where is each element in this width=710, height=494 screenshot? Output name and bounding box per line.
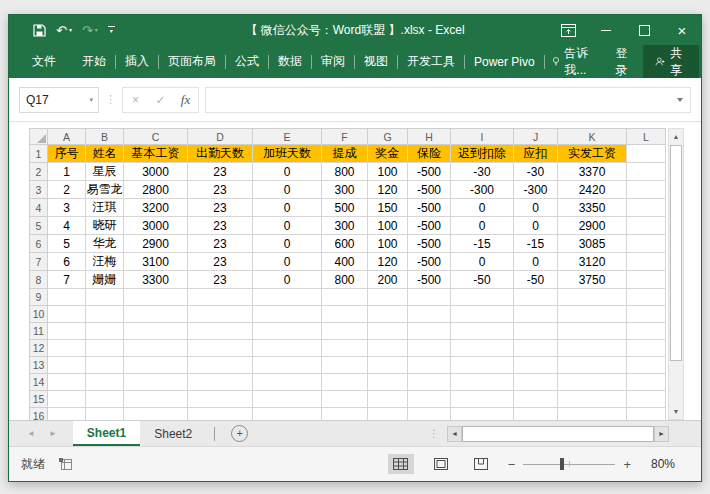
cell-K1[interactable]: 实发工资 <box>558 145 627 163</box>
cell-F16[interactable] <box>322 408 368 421</box>
share-button[interactable]: 共享 <box>643 45 699 78</box>
horizontal-scroll-thumb[interactable] <box>462 426 654 442</box>
cell-D5[interactable]: 23 <box>188 217 253 235</box>
cell-I9[interactable] <box>451 289 514 306</box>
ribbon-display-options-button[interactable] <box>549 15 587 45</box>
cell-K2[interactable]: 3370 <box>558 163 627 181</box>
cell-F12[interactable] <box>322 340 368 357</box>
row-header-11[interactable]: 11 <box>30 323 48 340</box>
cell-F7[interactable]: 400 <box>322 253 368 271</box>
page-break-preview-button[interactable] <box>468 454 494 474</box>
cell-B6[interactable]: 华龙 <box>86 235 124 253</box>
ribbon-tab-开发工具[interactable]: 开发工具 <box>398 45 464 78</box>
cell-C12[interactable] <box>124 340 188 357</box>
cell-D13[interactable] <box>188 357 253 374</box>
cell-C8[interactable]: 3300 <box>124 271 188 289</box>
column-header-L[interactable]: L <box>627 129 666 145</box>
ribbon-tab-页面布局[interactable]: 页面布局 <box>159 45 225 78</box>
cell-F13[interactable] <box>322 357 368 374</box>
cell-I8[interactable]: -50 <box>451 271 514 289</box>
cell-G2[interactable]: 100 <box>368 163 408 181</box>
scroll-up-icon[interactable]: ▲ <box>669 129 683 144</box>
cell-G14[interactable] <box>368 374 408 391</box>
cell-L1[interactable] <box>627 145 666 163</box>
cell-B15[interactable] <box>86 391 124 408</box>
cell-D4[interactable]: 23 <box>188 199 253 217</box>
cell-L10[interactable] <box>627 306 666 323</box>
cell-A8[interactable]: 7 <box>48 271 86 289</box>
cell-H16[interactable] <box>408 408 451 421</box>
ribbon-tab-file[interactable]: 文件 <box>23 45 65 78</box>
cell-J9[interactable] <box>514 289 558 306</box>
row-header-3[interactable]: 3 <box>30 181 48 199</box>
cell-F11[interactable] <box>322 323 368 340</box>
row-header-7[interactable]: 7 <box>30 253 48 271</box>
horizontal-scrollbar[interactable]: ◄ ► <box>447 426 669 442</box>
column-header-A[interactable]: A <box>48 129 86 145</box>
cell-L11[interactable] <box>627 323 666 340</box>
cell-K12[interactable] <box>558 340 627 357</box>
cell-F6[interactable]: 600 <box>322 235 368 253</box>
insert-function-button[interactable]: fx <box>173 92 198 108</box>
cell-K8[interactable]: 3750 <box>558 271 627 289</box>
ribbon-tab-插入[interactable]: 插入 <box>116 45 158 78</box>
column-header-D[interactable]: D <box>188 129 253 145</box>
cell-H8[interactable]: -500 <box>408 271 451 289</box>
cell-B16[interactable] <box>86 408 124 421</box>
ribbon-tab-审阅[interactable]: 审阅 <box>312 45 354 78</box>
cell-F8[interactable]: 800 <box>322 271 368 289</box>
cell-H12[interactable] <box>408 340 451 357</box>
row-header-12[interactable]: 12 <box>30 340 48 357</box>
cell-H1[interactable]: 保险 <box>408 145 451 163</box>
cell-A12[interactable] <box>48 340 86 357</box>
cell-E4[interactable]: 0 <box>253 199 322 217</box>
cell-K11[interactable] <box>558 323 627 340</box>
macro-record-icon[interactable] <box>59 458 72 470</box>
cell-H9[interactable] <box>408 289 451 306</box>
cell-G12[interactable] <box>368 340 408 357</box>
cell-C2[interactable]: 3000 <box>124 163 188 181</box>
cell-G9[interactable] <box>368 289 408 306</box>
zoom-slider-thumb[interactable] <box>560 458 564 470</box>
cell-E2[interactable]: 0 <box>253 163 322 181</box>
formula-bar-grip[interactable]: ⋮ <box>99 93 122 106</box>
row-header-1[interactable]: 1 <box>30 145 48 163</box>
cell-F1[interactable]: 提成 <box>322 145 368 163</box>
cell-I7[interactable]: 0 <box>451 253 514 271</box>
cell-L6[interactable] <box>627 235 666 253</box>
cell-G11[interactable] <box>368 323 408 340</box>
cell-I14[interactable] <box>451 374 514 391</box>
cell-H7[interactable]: -500 <box>408 253 451 271</box>
cell-G1[interactable]: 奖金 <box>368 145 408 163</box>
cell-E13[interactable] <box>253 357 322 374</box>
cell-K10[interactable] <box>558 306 627 323</box>
column-header-C[interactable]: C <box>124 129 188 145</box>
undo-button[interactable]: ↶ ▾ <box>56 24 72 37</box>
cell-K13[interactable] <box>558 357 627 374</box>
column-header-E[interactable]: E <box>253 129 322 145</box>
cell-A4[interactable]: 3 <box>48 199 86 217</box>
cell-H6[interactable]: -500 <box>408 235 451 253</box>
cell-K6[interactable]: 3085 <box>558 235 627 253</box>
cell-K3[interactable]: 2420 <box>558 181 627 199</box>
vertical-scrollbar[interactable]: ▲ ▼ <box>668 128 684 420</box>
close-button[interactable]: × <box>663 15 701 45</box>
column-header-J[interactable]: J <box>514 129 558 145</box>
cell-J3[interactable]: -300 <box>514 181 558 199</box>
confirm-entry-button[interactable]: ✓ <box>148 93 173 107</box>
cell-F3[interactable]: 300 <box>322 181 368 199</box>
cell-K7[interactable]: 3120 <box>558 253 627 271</box>
cell-B14[interactable] <box>86 374 124 391</box>
cell-D16[interactable] <box>188 408 253 421</box>
cell-C13[interactable] <box>124 357 188 374</box>
scroll-right-icon[interactable]: ► <box>654 426 669 442</box>
cell-D10[interactable] <box>188 306 253 323</box>
cell-C1[interactable]: 基本工资 <box>124 145 188 163</box>
previous-sheet-icon[interactable]: ◄ <box>27 429 35 438</box>
cell-L13[interactable] <box>627 357 666 374</box>
cell-F4[interactable]: 500 <box>322 199 368 217</box>
row-header-2[interactable]: 2 <box>30 163 48 181</box>
ribbon-tab-数据[interactable]: 数据 <box>269 45 311 78</box>
tell-me-button[interactable]: 告诉我... <box>544 45 605 78</box>
cell-C4[interactable]: 3200 <box>124 199 188 217</box>
